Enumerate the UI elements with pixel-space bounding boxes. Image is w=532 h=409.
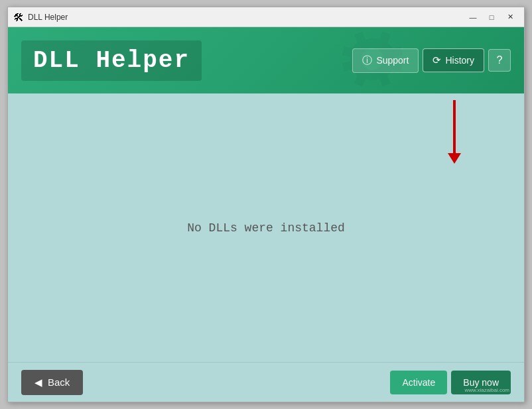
buy-now-button[interactable]: Buy now www.xiazaibai.com: [451, 371, 511, 394]
title-bar: 🛠 DLL Helper — □ ✕: [8, 7, 524, 27]
arrow-head: [448, 153, 461, 164]
back-button[interactable]: ◀ Back: [21, 370, 83, 395]
activate-button[interactable]: Activate: [390, 371, 447, 394]
footer-right-buttons: Activate Buy now www.xiazaibai.com: [390, 371, 511, 394]
back-icon: ◀: [34, 377, 42, 388]
history-icon: ⟳: [432, 54, 441, 66]
app-window: 🛠 DLL Helper — □ ✕ DLL Helper ⓘ Support: [7, 7, 525, 402]
minimize-button[interactable]: —: [464, 11, 482, 24]
buy-now-label: Buy now: [463, 377, 499, 388]
close-button[interactable]: ✕: [501, 11, 519, 24]
arrow-annotation: [448, 100, 461, 164]
help-button[interactable]: ?: [488, 49, 511, 72]
empty-message: No DLLs were installed: [187, 221, 345, 235]
support-button[interactable]: ⓘ Support: [352, 48, 419, 73]
header-buttons: ⓘ Support ⟳ History ?: [352, 48, 511, 73]
title-bar-left: 🛠 DLL Helper: [13, 12, 68, 23]
watermark: www.xiazaibai.com: [464, 387, 509, 393]
arrow-shaft: [453, 100, 456, 153]
title-bar-title: DLL Helper: [28, 13, 68, 22]
app-title: DLL Helper: [21, 40, 202, 81]
history-label: History: [445, 55, 474, 66]
title-bar-controls: — □ ✕: [464, 11, 519, 24]
app-header: DLL Helper ⓘ Support ⟳ History ?: [8, 27, 524, 93]
support-icon: ⓘ: [362, 54, 372, 67]
history-button[interactable]: ⟳ History: [423, 48, 484, 72]
main-content: No DLLs were installed: [8, 93, 524, 362]
back-label: Back: [48, 377, 70, 388]
support-label: Support: [376, 55, 409, 66]
footer: ◀ Back Activate Buy now www.xiazaibai.co…: [8, 362, 524, 402]
app-icon: 🛠: [13, 12, 24, 23]
maximize-button[interactable]: □: [483, 11, 500, 24]
